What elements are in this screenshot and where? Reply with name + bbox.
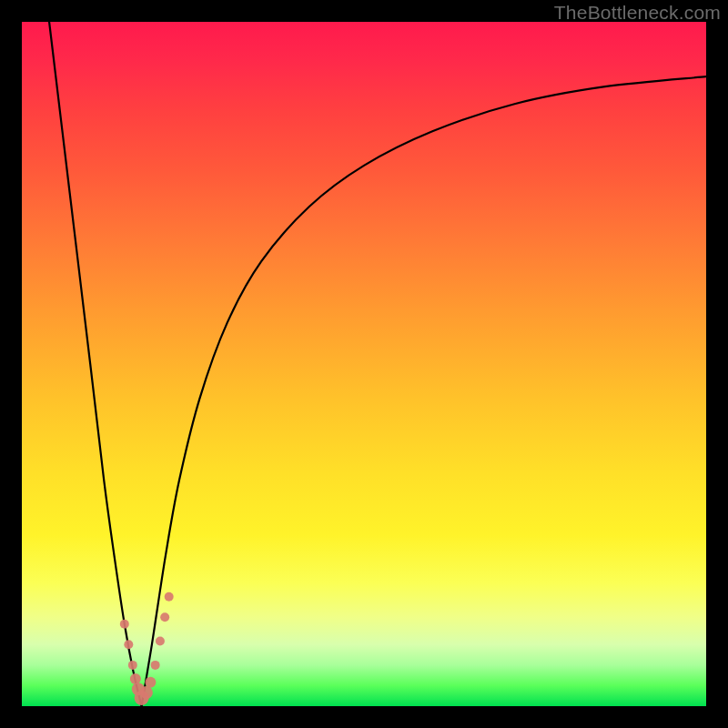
marker-dot [165, 592, 174, 602]
marker-dot [160, 612, 169, 622]
curve-layer [22, 22, 706, 706]
plot-area [22, 22, 706, 706]
marker-dot [140, 686, 153, 699]
marker-dot [124, 640, 133, 649]
marker-dot [128, 661, 137, 670]
curve-left-branch [49, 22, 142, 706]
marker-dot [145, 677, 156, 688]
watermark-text: TheBottleneck.com [554, 2, 721, 24]
chart-frame: TheBottleneck.com [0, 0, 728, 728]
highlight-markers [120, 592, 174, 705]
marker-dot [151, 661, 160, 670]
marker-dot [130, 673, 141, 684]
marker-dot [156, 637, 165, 646]
marker-dot [120, 620, 129, 629]
curve-right-branch [142, 76, 706, 706]
